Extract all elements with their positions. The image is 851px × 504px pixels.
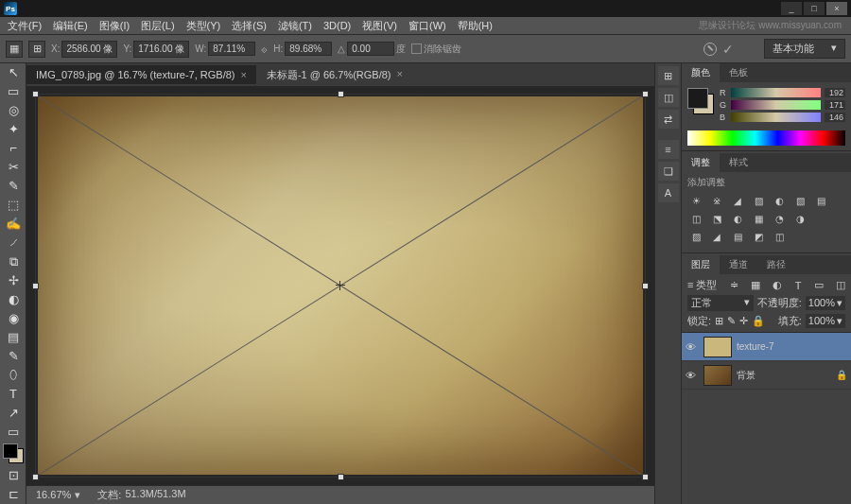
- ref-point-icon[interactable]: ⊞: [28, 41, 45, 58]
- menu-layer[interactable]: 图层(L): [141, 19, 174, 33]
- h-value[interactable]: 89.68%: [285, 42, 332, 56]
- visibility-icon[interactable]: 👁: [686, 370, 699, 381]
- menu-file[interactable]: 文件(F): [8, 19, 42, 33]
- tab-untitled[interactable]: 未标题-1 @ 66.7%(RGB/8)×: [257, 64, 413, 86]
- tab-adjustments[interactable]: 调整: [682, 153, 720, 172]
- tab-swatches[interactable]: 色板: [720, 63, 757, 82]
- wand-tool[interactable]: ✦: [0, 120, 26, 139]
- menu-image[interactable]: 图像(I): [99, 19, 130, 33]
- g-slider[interactable]: [731, 100, 821, 110]
- close-icon[interactable]: ×: [397, 68, 403, 82]
- link-icon[interactable]: ⟐: [261, 43, 268, 55]
- tab-color[interactable]: 颜色: [682, 63, 720, 82]
- lock-all-icon[interactable]: 🔒: [752, 315, 765, 327]
- adj-c3-icon[interactable]: ▤: [729, 229, 746, 244]
- kind-dropdown[interactable]: ≑: [730, 279, 738, 291]
- zoom-tool[interactable]: ▭: [0, 422, 26, 441]
- handle-tr[interactable]: [642, 91, 649, 97]
- menu-select[interactable]: 选择(S): [232, 19, 267, 33]
- minimize-button[interactable]: _: [781, 2, 802, 15]
- dodge-tool[interactable]: ◉: [0, 308, 26, 327]
- close-button[interactable]: ×: [826, 2, 847, 15]
- r-slider[interactable]: [731, 88, 821, 97]
- x-value[interactable]: 2586.00 像: [61, 41, 117, 58]
- adj-c5-icon[interactable]: ◫: [771, 229, 788, 244]
- adj-vibrance-icon[interactable]: ◐: [771, 193, 788, 208]
- path-tool[interactable]: ⬯: [0, 365, 26, 384]
- filter-smart-icon[interactable]: ◫: [836, 279, 845, 291]
- layer-name[interactable]: texture-7: [737, 341, 847, 352]
- b-value[interactable]: 146: [825, 113, 845, 122]
- angle-value[interactable]: 0.00: [347, 42, 394, 56]
- menu-edit[interactable]: 编辑(E): [53, 19, 88, 33]
- mini-actions-icon[interactable]: ⇄: [658, 110, 679, 129]
- filter-type-icon[interactable]: T: [795, 280, 802, 291]
- menu-window[interactable]: 窗口(W): [408, 19, 446, 33]
- w-value[interactable]: 87.11%: [208, 42, 255, 56]
- eyedropper-tool[interactable]: ✂: [0, 158, 26, 177]
- commit-transform-icon[interactable]: ✓: [722, 42, 734, 57]
- filter-pixel-icon[interactable]: ▦: [751, 279, 760, 291]
- adj-sel-icon[interactable]: ◢: [708, 229, 725, 244]
- fg-bg-swatch[interactable]: [687, 88, 714, 114]
- canvas-image[interactable]: [38, 96, 643, 475]
- handle-bm[interactable]: [338, 474, 344, 480]
- handle-bl[interactable]: [32, 474, 39, 480]
- blend-mode-dropdown[interactable]: 正常▾: [687, 295, 754, 311]
- mini-brush-icon[interactable]: ≡: [658, 140, 679, 159]
- adj-thresh-icon[interactable]: ◑: [791, 211, 808, 226]
- layer-name[interactable]: 背景: [737, 369, 831, 382]
- menu-filter[interactable]: 滤镜(T): [278, 19, 312, 33]
- heal-tool[interactable]: ✎: [0, 177, 26, 196]
- visibility-icon[interactable]: 👁: [686, 341, 699, 353]
- quickmask-icon[interactable]: ⊡: [0, 466, 26, 485]
- move-tool[interactable]: ↖: [0, 63, 26, 82]
- brush-tool[interactable]: ⬚: [0, 196, 26, 215]
- shape-tool[interactable]: T: [0, 384, 26, 403]
- tab-img0789[interactable]: IMG_0789.jpg @ 16.7% (texture-7, RGB/8)×: [26, 65, 257, 84]
- layer-thumb[interactable]: [703, 365, 732, 386]
- fill-value[interactable]: 100%▾: [806, 314, 845, 328]
- adj-invert-icon[interactable]: ▦: [750, 211, 767, 226]
- tab-styles[interactable]: 样式: [720, 153, 757, 172]
- tab-paths[interactable]: 路径: [757, 255, 795, 274]
- type-tool[interactable]: ✎: [0, 346, 26, 365]
- filter-adj-icon[interactable]: ◐: [773, 279, 782, 291]
- adj-brightness-icon[interactable]: ☀: [687, 193, 704, 208]
- tab-channels[interactable]: 通道: [720, 255, 757, 274]
- workspace-dropdown[interactable]: 基本功能▾: [764, 39, 845, 59]
- handle-tm[interactable]: [338, 91, 344, 97]
- layer-thumb[interactable]: [703, 337, 732, 357]
- close-icon[interactable]: ×: [240, 69, 246, 80]
- adj-bw-icon[interactable]: ▤: [812, 193, 829, 208]
- antialias-checkbox[interactable]: [411, 43, 422, 54]
- mini-properties-icon[interactable]: ◫: [658, 88, 679, 107]
- lock-pixel-icon[interactable]: ✎: [727, 315, 736, 327]
- handle-tl[interactable]: [32, 91, 39, 97]
- handle-ml[interactable]: [32, 283, 39, 289]
- handle-br[interactable]: [642, 474, 649, 480]
- tool-preset-icon[interactable]: ▦: [6, 41, 23, 58]
- hand-tool[interactable]: ↗: [0, 403, 26, 422]
- layer-texture7[interactable]: 👁 texture-7: [682, 333, 851, 361]
- mini-char-icon[interactable]: A: [658, 183, 679, 202]
- stamp-tool[interactable]: ✍: [0, 215, 26, 234]
- r-value[interactable]: 192: [825, 88, 845, 97]
- marquee-tool[interactable]: ▭: [0, 82, 26, 101]
- opacity-value[interactable]: 100%▾: [806, 296, 845, 310]
- adj-exposure-icon[interactable]: ▨: [750, 193, 767, 208]
- lock-trans-icon[interactable]: ⊞: [715, 315, 723, 327]
- center-point[interactable]: [336, 281, 345, 290]
- crop-tool[interactable]: ⌐: [0, 139, 26, 158]
- cancel-transform-icon[interactable]: [703, 43, 717, 56]
- color-spectrum[interactable]: [687, 130, 845, 146]
- adj-hue-icon[interactable]: ▧: [791, 193, 808, 208]
- eraser-tool[interactable]: ⧉: [0, 252, 26, 271]
- mini-history-icon[interactable]: ⊞: [658, 66, 679, 85]
- blur-tool[interactable]: ◐: [0, 289, 26, 308]
- menu-help[interactable]: 帮助(H): [458, 19, 493, 33]
- screenmode-icon[interactable]: ⊏: [0, 485, 26, 504]
- menu-type[interactable]: 类型(Y): [186, 19, 221, 33]
- menu-3d[interactable]: 3D(D): [323, 20, 351, 31]
- maximize-button[interactable]: □: [804, 2, 825, 15]
